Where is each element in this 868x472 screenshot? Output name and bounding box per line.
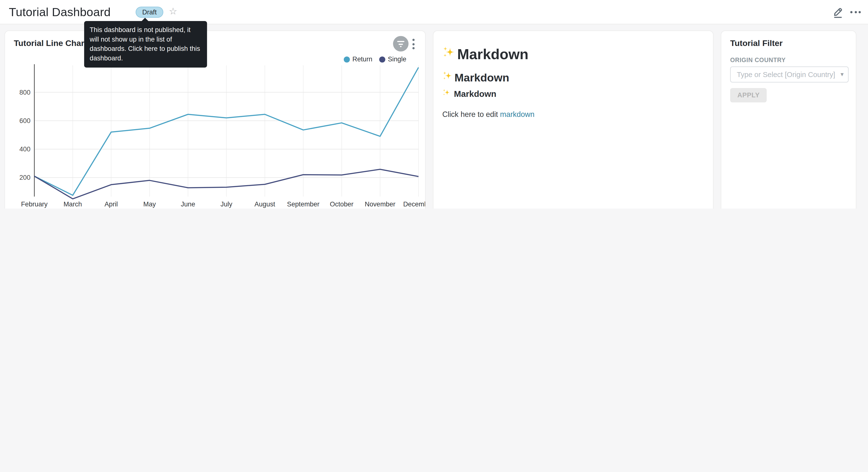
svg-text:400: 400 bbox=[19, 145, 30, 153]
svg-text:March: March bbox=[64, 200, 82, 208]
markdown-edit-link[interactable]: markdown bbox=[500, 110, 534, 119]
svg-text:800: 800 bbox=[19, 89, 30, 96]
svg-text:June: June bbox=[181, 200, 195, 208]
markdown-heading-1: Markdown bbox=[442, 46, 528, 63]
svg-text:December: December bbox=[403, 200, 426, 208]
draft-badge[interactable]: Draft bbox=[136, 7, 163, 18]
svg-text:April: April bbox=[104, 200, 118, 208]
markdown-panel: Markdown Markdown Markdown Click here to… bbox=[433, 31, 713, 209]
dashboard-page: Tutorial Dashboard Draft ☆ This dashboar… bbox=[0, 0, 868, 209]
chart-menu-icon[interactable] bbox=[411, 38, 416, 50]
svg-text:May: May bbox=[143, 200, 156, 208]
select-placeholder: Type or Select [Origin Country] bbox=[737, 70, 835, 79]
filter-panel-title: Tutorial Filter bbox=[730, 38, 782, 48]
markdown-heading-3: Markdown bbox=[442, 89, 496, 99]
line-chart-title: Tutorial Line Chart bbox=[14, 38, 87, 48]
apply-button[interactable]: APPLY bbox=[730, 88, 767, 102]
publish-tooltip: This dashboard is not published, it will… bbox=[84, 21, 207, 67]
origin-country-label: ORIGIN COUNTRY bbox=[730, 57, 785, 63]
legend-item-return[interactable]: Return bbox=[344, 55, 372, 63]
line-chart[interactable]: 200400600800FebruaryMarchAprilMayJuneJul… bbox=[5, 63, 426, 209]
legend-dot-icon bbox=[344, 56, 350, 62]
chevron-down-icon: ▾ bbox=[841, 71, 844, 78]
cross-filter-icon[interactable] bbox=[393, 36, 408, 51]
svg-text:July: July bbox=[221, 200, 232, 208]
edit-dashboard-icon[interactable] bbox=[832, 6, 844, 18]
svg-text:September: September bbox=[287, 200, 319, 208]
svg-text:200: 200 bbox=[19, 174, 30, 181]
legend-dot-icon bbox=[379, 56, 385, 62]
markdown-paragraph: Click here to edit markdown bbox=[442, 110, 534, 119]
favorite-star-icon[interactable]: ☆ bbox=[169, 6, 178, 18]
sparkles-icon bbox=[442, 89, 451, 99]
legend-item-single[interactable]: Single bbox=[379, 55, 406, 63]
svg-text:600: 600 bbox=[19, 117, 30, 124]
svg-text:August: August bbox=[254, 200, 275, 208]
chart-legend: ReturnSingle bbox=[344, 55, 406, 63]
sparkles-icon bbox=[442, 71, 453, 84]
origin-country-select[interactable]: Type or Select [Origin Country] ▾ bbox=[730, 66, 848, 83]
svg-text:October: October bbox=[330, 200, 353, 208]
filter-panel: Tutorial Filter ORIGIN COUNTRY Type or S… bbox=[721, 31, 857, 209]
line-chart-panel: Tutorial Line Chart ReturnSingle 2004006… bbox=[4, 31, 426, 209]
page-title: Tutorial Dashboard bbox=[9, 0, 111, 25]
dashboard-header: Tutorial Dashboard Draft ☆ bbox=[0, 0, 868, 25]
markdown-heading-2: Markdown bbox=[442, 71, 509, 84]
svg-text:November: November bbox=[365, 200, 395, 208]
more-actions-icon[interactable] bbox=[850, 11, 861, 13]
svg-text:February: February bbox=[21, 200, 48, 208]
sparkles-icon bbox=[442, 46, 456, 63]
